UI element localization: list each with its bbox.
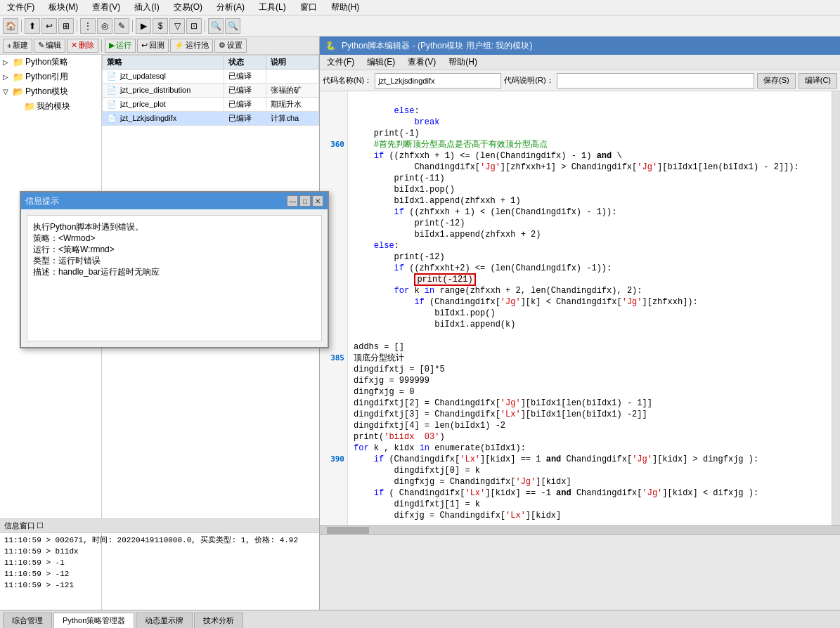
tab-general-management[interactable]: 综合管理 [3,613,52,628]
line-num [320,386,347,398]
tab-dynamic-board[interactable]: 动态显示牌 [136,613,193,628]
toolbar-icon1[interactable]: ⬆ [25,18,40,34]
restore-button[interactable]: □ [299,195,311,207]
menu-insert[interactable]: 插入(I) [130,0,163,15]
col-header-desc: 说明 [266,55,319,70]
menu-file[interactable]: 文件(F) [3,0,39,15]
code-line: biIdx1.append(k) [354,320,515,329]
save-button[interactable]: 保存(S) [757,73,796,89]
code-line: if (Chandingdifx['Lx'][kidx] == 1 and Ch… [354,454,758,464]
tree-item-python-ref[interactable]: ▷ 📁 Python引用 [0,70,101,84]
toolbar-icon10[interactable]: ⊡ [186,18,202,34]
log-line-3: 11:10:59 > -1 [4,557,315,568]
editor-menu-help[interactable]: 帮助(H) [444,55,482,69]
toolbar-icon3[interactable]: ⊞ [58,18,74,34]
editor-toolbar: 代码名称(N)： 代码说明(R)： 保存(S) 编译(C) [320,70,840,91]
toolbar-home-icon[interactable]: 🏠 [3,18,18,34]
code-line: dingdifxtj = [0]*5 [354,365,445,374]
table-row[interactable]: 📄 jzt_price_distribution 已编译 张福的矿 [103,84,319,98]
toolbar-icon8[interactable]: $ [153,18,168,34]
editor-menu-file[interactable]: 文件(F) [323,55,358,69]
toolbar-icon4[interactable]: ⋮ [80,18,96,34]
code-line: if ((zhfxxh + 1) < (len(Chandingdifx) - … [354,207,616,217]
code-line: print(-1) [354,129,420,138]
left-bottom: 信息窗口 ☐ 11:10:59 > 002671, 时间: 2022041911… [0,518,319,610]
menu-window[interactable]: 窗口 [296,0,321,15]
code-line: dingdifxtj[1] = k [354,499,480,509]
code-area: 360 [320,91,840,525]
code-line: else: [354,241,399,251]
checkbox-icon[interactable]: ☐ [37,521,44,530]
toolbar-icon5[interactable]: ◎ [97,18,112,34]
editor-panel: 🐍 Python脚本编辑器 - (Python模块 用户组: 我的模块) 文件(… [320,37,840,610]
strategy-icon: 📄 [107,114,117,122]
compile-button[interactable]: 编译(C) [799,73,837,89]
menu-help[interactable]: 帮助(H) [327,0,364,15]
backtest-button[interactable]: ↩ 回测 [137,39,169,53]
code-line: difxjg = Chandingdifx['Lx'][kidx] [354,511,561,521]
scrollbar-vertical[interactable] [832,91,840,525]
line-num [320,409,347,420]
menu-trade[interactable]: 交易(O) [169,0,207,15]
cell-strategy-name: 📄 jzt_updatesql [103,70,224,84]
cell-desc: 计算cha [266,112,319,126]
new-button[interactable]: + 新建 [3,39,32,53]
info-window-title: 信息窗口 ☐ [0,519,319,533]
code-line: biIdx1.append(zhfxxh + 1) [354,196,521,206]
scrollbar-horizontal[interactable] [320,526,840,535]
tab-technical-analysis[interactable]: 技术分析 [194,613,243,628]
code-line: biIdx1.pop() [354,308,496,318]
line-num-390: 390 [320,454,347,465]
delete-button[interactable]: ✕ 删除 [67,39,98,53]
tree-item-python-strategy[interactable]: ▷ 📁 Python策略 [0,55,101,70]
editor-menu-view[interactable]: 查看(V) [403,55,440,69]
editor-menu-edit[interactable]: 编辑(E) [363,55,399,69]
settings-button[interactable]: ⚙ 设置 [214,39,247,53]
tree-item-python-module[interactable]: ▽ 📂 Python模块 [0,84,101,99]
runpool-button[interactable]: ⚡ 运行池 [170,39,213,53]
edit-icon: ✎ [38,41,44,50]
table-row[interactable]: 📄 jzt_updatesql 已编译 [103,70,319,84]
toolbar-icon12[interactable]: 🔍 [225,18,240,34]
code-line [354,331,358,341]
menu-block[interactable]: 板块(M) [44,0,82,15]
run-button[interactable]: ▶ 运行 [105,39,136,53]
toolbar-icon7[interactable]: ▶ [136,18,151,34]
toolbar-sep1 [21,20,22,32]
code-content[interactable]: else: break print(-1) #首先判断顶分型高点是否高于有效顶分… [348,91,832,525]
editor-titlebar: 🐍 Python脚本编辑器 - (Python模块 用户组: 我的模块) [320,37,840,55]
tree-item-my-module[interactable]: 📁 我的模块 [0,99,101,114]
code-desc-label: 代码说明(R)： [504,75,553,86]
cell-status: 已编译 [224,112,266,126]
code-desc-input[interactable] [557,73,754,89]
code-line: 顶底分型统计 [354,353,404,363]
toolbar-icon2[interactable]: ↩ [41,18,57,34]
strategy-table: 策略 状态 说明 📄 jzt_updatesql [102,55,319,126]
toolbar-icon11[interactable]: 🔍 [208,18,224,34]
log-line-5: 11:10:59 > -121 [4,580,315,591]
code-line-highlighted: print(-121) [354,273,476,286]
minimize-button[interactable]: — [287,195,298,207]
code-line: for k in range(zhfxxh + 2, len(Chandingd… [354,286,642,296]
code-line: addhs = [] [354,342,404,352]
code-line: break [354,117,439,127]
menu-tools[interactable]: 工具(L) [254,0,290,15]
dialog-line-4: 类型：运行时错误 [33,255,316,266]
line-num [320,94,347,105]
tab-python-strategy[interactable]: Python策略管理器 [53,613,134,628]
edit-button[interactable]: ✎ 编辑 [34,39,65,53]
close-button[interactable]: ✕ [312,195,323,207]
scroll-thumb [327,527,369,534]
toolbar-icon6[interactable]: ✎ [114,18,129,34]
line-num-360: 360 [320,139,347,150]
folder-icon2: 📁 [13,72,24,82]
editor-menu-bar: 文件(F) 编辑(E) 查看(V) 帮助(H) [320,55,840,70]
table-row-selected[interactable]: 📄 jzt_Lzkjsdingdifx 已编译 计算cha [103,112,319,126]
menu-analysis[interactable]: 分析(A) [212,0,249,15]
toolbar-icon9[interactable]: ▽ [169,18,185,34]
code-name-input[interactable] [375,73,501,89]
new-icon: + [7,41,11,50]
left-panel: + 新建 ✎ 编辑 ✕ 删除 ▶ 运行 ↩ 回测 [0,37,320,610]
menu-view[interactable]: 查看(V) [88,0,124,15]
table-row[interactable]: 📄 jzt_price_plot 已编译 期现升水 [103,98,319,112]
